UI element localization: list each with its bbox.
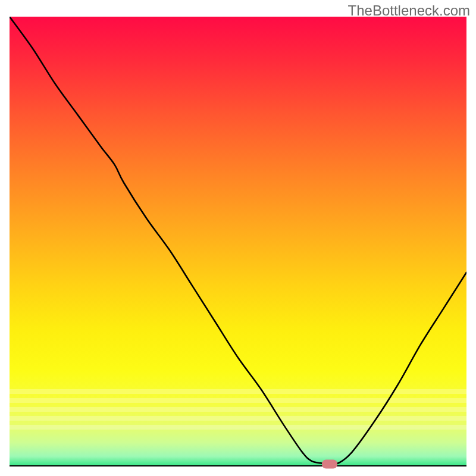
plot-area bbox=[10, 17, 466, 466]
watermark-text: TheBottleneck.com bbox=[348, 2, 470, 19]
chart-container: TheBottleneck.com bbox=[0, 0, 476, 476]
bottleneck-curve bbox=[10, 17, 466, 464]
minimum-marker bbox=[322, 460, 337, 469]
curve-svg bbox=[10, 17, 466, 465]
